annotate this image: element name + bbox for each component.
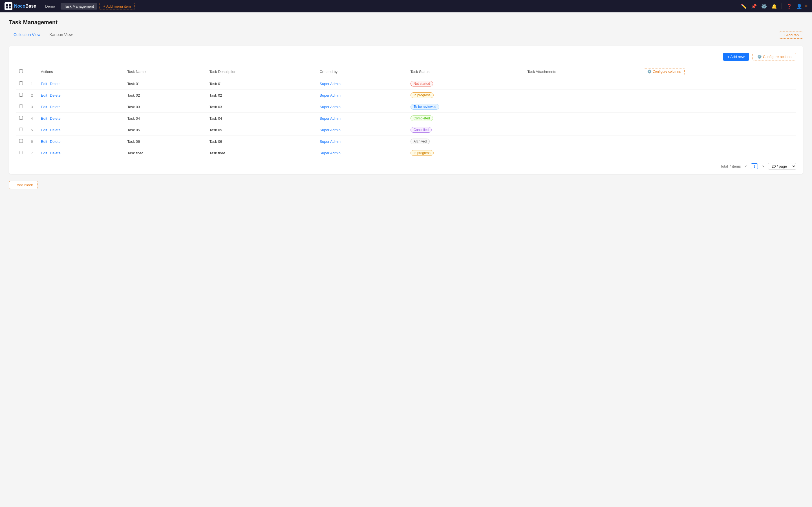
row-checkbox-cell [16, 113, 26, 124]
question-icon[interactable]: ❓ [786, 4, 792, 9]
row-task-status: Archived [407, 136, 524, 147]
bell-icon[interactable]: 🔔 [771, 4, 777, 9]
edit-button[interactable]: Edit [41, 116, 47, 121]
add-tab-button[interactable]: + Add tab [779, 32, 803, 39]
row-task-name: Task 03 [124, 101, 206, 113]
row-number: 2 [26, 90, 38, 101]
table-row: 5 Edit Delete Task 05 Task 05 Super Admi… [16, 124, 796, 136]
row-checkbox[interactable] [19, 139, 23, 143]
delete-button[interactable]: Delete [50, 139, 61, 144]
created-by-link[interactable]: Super Admin [320, 128, 341, 132]
col-task-attachments: Task Attachments [524, 65, 640, 78]
created-by-link[interactable]: Super Admin [320, 139, 341, 144]
delete-button[interactable]: Delete [50, 128, 61, 132]
row-checkbox-cell [16, 124, 26, 136]
created-by-link[interactable]: Super Admin [320, 93, 341, 98]
add-menu-item-button[interactable]: + Add menu item [100, 3, 135, 10]
row-task-description: Task 05 [206, 124, 316, 136]
col-checkbox [16, 65, 26, 78]
svg-rect-0 [6, 4, 8, 6]
row-created-by: Super Admin [316, 78, 407, 90]
row-task-description: Task 04 [206, 113, 316, 124]
topnav-menu-icon[interactable]: ≡ [804, 3, 808, 9]
row-task-name: Task 01 [124, 78, 206, 90]
row-number: 7 [26, 147, 38, 159]
col-created-by: Created by [316, 65, 407, 78]
next-page-button[interactable]: > [760, 164, 766, 169]
pencil-icon[interactable]: ✏️ [741, 4, 747, 9]
status-badge: Completed [410, 115, 433, 121]
row-checkbox[interactable] [19, 93, 23, 97]
row-number: 1 [26, 78, 38, 90]
current-page[interactable]: 1 [751, 163, 758, 169]
table-row: 4 Edit Delete Task 04 Task 04 Super Admi… [16, 113, 796, 124]
table-row: 7 Edit Delete Task float Task float Supe… [16, 147, 796, 159]
col-task-status: Task Status [407, 65, 524, 78]
row-checkbox[interactable] [19, 116, 23, 120]
status-badge: Not started [410, 81, 434, 87]
svg-rect-3 [9, 6, 11, 8]
delete-button[interactable]: Delete [50, 93, 61, 98]
row-checkbox[interactable] [19, 151, 23, 154]
status-badge: In progress [410, 150, 434, 156]
page-size-select[interactable]: 20 / page 50 / page 100 / page [768, 163, 796, 170]
delete-button[interactable]: Delete [50, 151, 61, 155]
status-badge: To be reviewed [410, 104, 440, 110]
row-checkbox[interactable] [19, 105, 23, 108]
edit-button[interactable]: Edit [41, 82, 47, 86]
configure-columns-button[interactable]: ⚙️ Configure columns [644, 68, 684, 75]
row-checkbox-cell [16, 78, 26, 90]
table-row: 3 Edit Delete Task 03 Task 03 Super Admi… [16, 101, 796, 113]
row-task-description: Task 06 [206, 136, 316, 147]
add-block-button[interactable]: + Add block [9, 181, 38, 189]
topnav-icons: ✏️ 📌 ⚙️ 🔔 ❓ 👤 [741, 3, 802, 9]
created-by-link[interactable]: Super Admin [320, 82, 341, 86]
created-by-link[interactable]: Super Admin [320, 116, 341, 121]
svg-rect-1 [9, 4, 11, 6]
edit-button[interactable]: Edit [41, 128, 47, 132]
user-icon[interactable]: 👤 [797, 4, 802, 9]
tab-kanban-view[interactable]: Kanban View [45, 30, 77, 40]
row-task-status: To be reviewed [407, 101, 524, 113]
row-checkbox-cell [16, 90, 26, 101]
pin-icon[interactable]: 📌 [751, 4, 757, 9]
delete-button[interactable]: Delete [50, 82, 61, 86]
gear-icon[interactable]: ⚙️ [761, 4, 767, 9]
delete-button[interactable]: Delete [50, 105, 61, 109]
row-checkbox-cell [16, 147, 26, 159]
row-created-by: Super Admin [316, 101, 407, 113]
row-task-name: Task 06 [124, 136, 206, 147]
row-task-name: Task 04 [124, 113, 206, 124]
nav-demo[interactable]: Demo [42, 3, 58, 10]
logo-icon [4, 2, 12, 10]
row-task-name: Task 02 [124, 90, 206, 101]
select-all-checkbox[interactable] [19, 69, 23, 73]
prev-page-button[interactable]: < [743, 164, 749, 169]
edit-button[interactable]: Edit [41, 105, 47, 109]
edit-button[interactable]: Edit [41, 93, 47, 98]
row-task-name: Task float [124, 147, 206, 159]
edit-button[interactable]: Edit [41, 151, 47, 155]
page-container: Task Management Collection View Kanban V… [0, 12, 812, 196]
app-logo[interactable]: NocoBase [4, 2, 36, 10]
col-task-description: Task Description [206, 65, 316, 78]
edit-button[interactable]: Edit [41, 139, 47, 144]
status-badge: In progress [410, 93, 434, 98]
row-task-name: Task 05 [124, 124, 206, 136]
nav-task-management[interactable]: Task Management [61, 3, 97, 10]
tab-collection-view[interactable]: Collection View [9, 30, 45, 40]
add-new-button[interactable]: + Add new [723, 53, 749, 61]
gear-icon-cols: ⚙️ [647, 69, 652, 73]
row-actions: Edit Delete [38, 90, 124, 101]
total-items: Total 7 items [720, 164, 741, 168]
configure-actions-button[interactable]: ⚙️ Configure actions [753, 53, 796, 61]
row-task-attachments [524, 78, 640, 90]
row-checkbox[interactable] [19, 128, 23, 131]
created-by-link[interactable]: Super Admin [320, 151, 341, 155]
created-by-link[interactable]: Super Admin [320, 105, 341, 109]
delete-button[interactable]: Delete [50, 116, 61, 121]
gear-icon-actions: ⚙️ [757, 55, 762, 59]
row-task-status: Cancelled [407, 124, 524, 136]
row-checkbox[interactable] [19, 81, 23, 85]
tabs-row: Collection View Kanban View + Add tab [9, 30, 803, 40]
